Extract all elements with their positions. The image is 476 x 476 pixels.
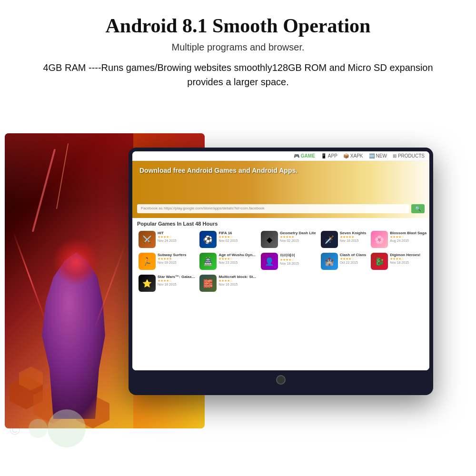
game-list-item[interactable]: 👤아이데이★★★★☆Nov 18 2015 [259, 251, 317, 271]
game-name: Clash of Clans [340, 253, 367, 257]
game-icon: ⚽ [199, 231, 217, 248]
nav-new-label: NEW [376, 153, 387, 159]
banner-content: Download free Android Games and Android … [132, 161, 429, 182]
app-nav-icon: 📱 [321, 153, 327, 159]
game-rating: ★★★★☆ [218, 279, 256, 283]
main-title: Android 8.1 Smooth Operation [29, 14, 447, 37]
nav-products-label: PRODUCTS [398, 153, 425, 159]
game-list-item[interactable]: 🌸Blossom Blast Saga★★★★☆Aug 24 2015 [369, 229, 428, 249]
game-info: Seven Knights★★★★★Nov 18 2015 [340, 231, 367, 242]
game-list-item[interactable]: ⚽FIFA 16★★★★☆Nov 02 2015 [198, 229, 258, 249]
search-input-display[interactable]: Facebook as https://play.google.com/stor… [137, 204, 409, 213]
game-info: Subway Surfers★★★★★Nov 09 2015 [158, 253, 195, 264]
deco-icon: © [10, 422, 20, 438]
nav-app-label: APP [328, 153, 337, 159]
game-date: Nov 24 2015 [158, 239, 195, 242]
nav-products: ⊞ PRODUCTS [393, 153, 425, 159]
game-info: HIT★★★★☆Nov 24 2015 [158, 231, 195, 242]
search-button[interactable]: 🔍 [411, 204, 425, 213]
game-info: Age of Wushu Dyn...★★★★☆Nov 23 2015 [218, 253, 256, 264]
game-name: Geometry Dash Lite [280, 231, 316, 235]
game-list-item[interactable]: 🏃Subway Surfers★★★★★Nov 09 2015 [137, 251, 196, 271]
games-section: Popular Games In Last 48 Hours ⚔️HIT★★★★… [132, 218, 429, 370]
tablet-wrapper: 🎮 GAME 📱 APP 📦 XAPK 🆕 NEW [43, 148, 433, 433]
game-date: Nov 18 2015 [340, 239, 367, 242]
game-date: Oct 22 2015 [340, 261, 367, 264]
game-nav-icon: 🎮 [294, 153, 299, 159]
new-nav-icon: 🆕 [369, 153, 375, 159]
game-list-item[interactable]: 🗡️Seven Knights★★★★★Nov 18 2015 [319, 229, 368, 249]
games-grid: ⚔️HIT★★★★☆Nov 24 2015⚽FIFA 16★★★★☆Nov 02… [137, 229, 425, 293]
game-name: HIT [158, 231, 195, 235]
game-list-item[interactable]: 🏯Age of Wushu Dyn...★★★★☆Nov 23 2015 [198, 251, 258, 271]
game-rating: ★★★★★ [340, 235, 367, 239]
tablet-bottom-bar [132, 370, 429, 389]
game-date: Nov 16 2015 [218, 283, 256, 286]
game-date: Nov 18 2015 [280, 262, 316, 265]
app-nav-bar: 🎮 GAME 📱 APP 📦 XAPK 🆕 NEW [132, 151, 429, 161]
game-icon: 🏯 [199, 253, 217, 270]
tablet-screen: 🎮 GAME 📱 APP 📦 XAPK 🆕 NEW [132, 151, 429, 370]
game-date: Nov 02 2015 [280, 239, 316, 242]
nav-game: 🎮 GAME [294, 153, 315, 159]
nav-game-label: GAME [301, 153, 315, 159]
screen-content: 🎮 GAME 📱 APP 📦 XAPK 🆕 NEW [132, 151, 429, 370]
game-rating: ★★★★☆ [280, 258, 316, 262]
game-name: 아이데이 [280, 253, 316, 258]
game-rating: ★★★★★ [280, 235, 316, 239]
game-name: Age of Wushu Dyn... [218, 253, 256, 257]
game-icon: 🐉 [371, 253, 388, 270]
xapk-nav-icon: 📦 [343, 153, 349, 159]
game-name: Star Wars™: Galax... [158, 275, 195, 279]
nav-xapk-label: XAPK [350, 153, 363, 159]
tablet-device: 🎮 GAME 📱 APP 📦 XAPK 🆕 NEW [129, 148, 433, 395]
game-icon: 🏃 [139, 253, 156, 270]
game-date: Nov 18 2015 [390, 261, 426, 264]
search-bar: Facebook as https://play.google.com/stor… [137, 204, 425, 213]
game-date: Nov 18 2015 [158, 283, 195, 286]
game-info: Star Wars™: Galax...★★★★☆Nov 18 2015 [158, 275, 195, 286]
game-name: Seven Knights [340, 231, 367, 235]
game-rating: ★★★★★ [158, 257, 195, 261]
game-list-item[interactable]: ◆Geometry Dash Lite★★★★★Nov 02 2015 [259, 229, 317, 249]
game-info: Clash of Clans★★★★☆Oct 22 2015 [340, 253, 367, 264]
game-list-item[interactable]: 🧱Multicraft block: St...★★★★☆Nov 16 2015 [198, 273, 258, 293]
subtitle: Multiple programs and browser. [29, 42, 447, 53]
game-icon: ◆ [261, 231, 278, 248]
products-nav-icon: ⊞ [393, 153, 397, 159]
game-rating: ★★★★☆ [218, 257, 256, 261]
game-list-item[interactable]: 🏰Clash of Clans★★★★☆Oct 22 2015 [319, 251, 368, 271]
game-name: Multicraft block: St... [218, 275, 256, 279]
game-icon: 🗡️ [321, 231, 338, 248]
game-icon: 🏰 [321, 253, 338, 270]
game-date: Nov 09 2015 [158, 261, 195, 264]
home-button[interactable] [276, 375, 286, 385]
game-rating: ★★★★☆ [158, 235, 195, 239]
game-rating: ★★★★☆ [390, 235, 426, 239]
game-rating: ★★★★☆ [158, 279, 195, 283]
game-info: FIFA 16★★★★☆Nov 02 2015 [218, 231, 256, 242]
game-list-item[interactable]: ⚔️HIT★★★★☆Nov 24 2015 [137, 229, 196, 249]
game-info: Digimon Heroes!★★★★☆Nov 18 2015 [390, 253, 426, 264]
game-rating: ★★★★☆ [340, 257, 367, 261]
nav-xapk: 📦 XAPK [343, 153, 363, 159]
game-icon: 🌸 [371, 231, 388, 248]
game-icon: 👤 [261, 253, 278, 270]
deco-circle-small [29, 419, 48, 438]
game-name: Subway Surfers [158, 253, 195, 257]
game-icon: 🧱 [199, 275, 217, 292]
nav-new: 🆕 NEW [369, 153, 387, 159]
game-icon: ⚔️ [139, 231, 156, 248]
game-info: Multicraft block: St...★★★★☆Nov 16 2015 [218, 275, 256, 286]
game-name: Blossom Blast Saga [390, 231, 426, 235]
game-info: Geometry Dash Lite★★★★★Nov 02 2015 [280, 231, 316, 242]
game-list-item[interactable]: 🐉Digimon Heroes!★★★★☆Nov 18 2015 [369, 251, 428, 271]
game-rating: ★★★★☆ [390, 257, 426, 261]
banner-main-text: Download free Android Games and Android … [139, 167, 422, 174]
game-info: Blossom Blast Saga★★★★☆Aug 24 2015 [390, 231, 426, 242]
game-rating: ★★★★☆ [218, 235, 256, 239]
game-name: Digimon Heroes! [390, 253, 426, 257]
game-list-item[interactable]: ⭐Star Wars™: Galax...★★★★☆Nov 18 2015 [137, 273, 196, 293]
section-title: Popular Games In Last 48 Hours [137, 221, 425, 227]
deco-circle-large [48, 409, 86, 447]
